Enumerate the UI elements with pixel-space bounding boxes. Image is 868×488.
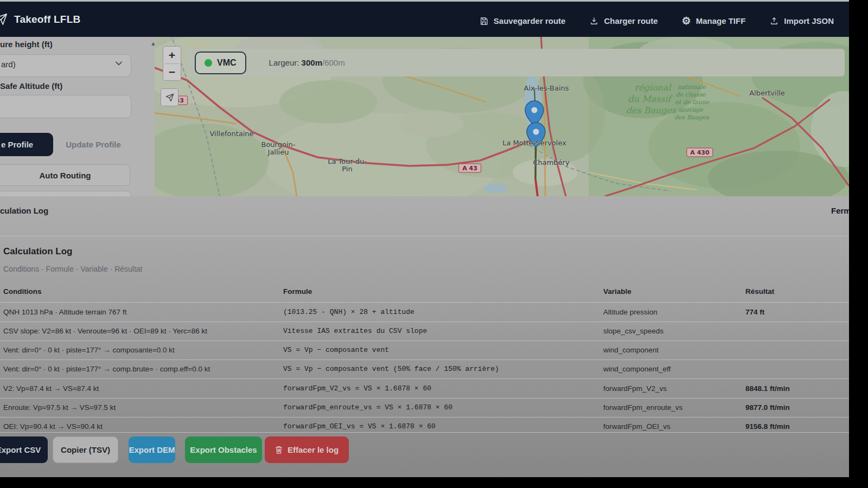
vmc-status-dot xyxy=(205,59,212,67)
close-sheet-button[interactable]: Fermer xyxy=(831,206,849,215)
log-cell-conditions: QNH 1013 hPa · Altitude terrain 767 ft xyxy=(3,308,275,316)
map-label-reserve: des Bauges xyxy=(674,114,709,121)
plane-icon xyxy=(165,93,174,102)
clear-log-label: Effacer le log xyxy=(288,445,339,454)
log-subheading: Conditions · Formule · Variable · Résult… xyxy=(3,265,143,273)
divider xyxy=(0,236,849,236)
width-current-value: 300m xyxy=(302,58,322,67)
log-heading: Calculation Log xyxy=(3,246,73,257)
import-json-label: Import JSON xyxy=(784,16,834,25)
log-cell-resultat: 9877.0 ft/min xyxy=(745,403,846,412)
sidebar: ure height (ft) ard) Safe Altitude (ft) … xyxy=(0,37,155,196)
clear-log-button[interactable]: Effacer le log xyxy=(265,436,349,463)
page-title: Takeoff LFLB xyxy=(14,14,80,25)
safe-altitude-input[interactable] xyxy=(0,95,131,118)
save-route-label: Sauvegarder route xyxy=(494,16,566,25)
auto-routing-button[interactable]: Auto Routing xyxy=(0,164,130,186)
chevron-down-icon xyxy=(115,59,123,68)
corridor-width-readout: Largeur: 300m/600m xyxy=(269,58,345,67)
manage-tiff-button[interactable]: ⚙ Manage TIFF xyxy=(682,16,746,26)
navbar-actions: Sauvegarder route Charger route ⚙ Manage… xyxy=(479,3,834,38)
profile-button[interactable]: e Profile xyxy=(0,133,53,156)
divider xyxy=(0,359,849,360)
map-label-town: Villefontaine xyxy=(209,130,253,138)
export-csv-label: Export CSV xyxy=(0,445,41,454)
log-cell-formule: (1013.25 - QNH) × 28 + altitude xyxy=(283,308,592,316)
log-cell-variable: forwardFpm_V2_vs xyxy=(603,384,739,393)
copy-tsv-label: Copier (TSV) xyxy=(61,445,110,454)
gear-icon: ⚙ xyxy=(682,16,691,26)
map-label-reserve: sauvage xyxy=(678,106,703,113)
safe-altitude-label: Safe Altitude (ft) xyxy=(0,81,62,91)
update-profile-label: Update Profile xyxy=(66,140,121,149)
map-status-bar: VMC Largeur: 300m/600m xyxy=(187,49,845,76)
column-header-formule: Formule xyxy=(283,287,592,296)
log-cell-conditions: CSV slope: V2=86 kt · Venroute=96 kt · O… xyxy=(3,327,275,335)
app-window: Takeoff LFLB Sauvegarder route Charger r… xyxy=(0,0,849,477)
export-dem-label: Export DEM xyxy=(129,445,175,454)
log-cell-formule: forwardFpm_OEI_vs = VS × 1.6878 × 60 xyxy=(283,422,592,431)
log-cell-resultat: 8848.1 ft/min xyxy=(745,384,846,393)
column-header-resultat: Résultat xyxy=(745,287,846,296)
log-cell-formule: VS = Vp − composante vent (50% face / 15… xyxy=(283,365,592,373)
map-label-town: La Tour-du-Pin xyxy=(324,158,370,173)
download-icon xyxy=(589,16,599,26)
height-select[interactable] xyxy=(0,54,131,77)
divider xyxy=(0,322,849,322)
export-dem-button[interactable]: Export DEM xyxy=(129,436,175,463)
profile-button-label: e Profile xyxy=(1,140,33,149)
divider xyxy=(0,302,849,303)
column-header-conditions: Conditions xyxy=(3,287,275,296)
log-cell-conditions: OEI: Vp=90.4 kt → VS=90.4 kt xyxy=(3,422,275,431)
load-route-label: Charger route xyxy=(604,16,658,25)
log-cell-variable: Altitude pression xyxy=(603,308,739,316)
import-json-button[interactable]: Import JSON xyxy=(769,16,834,26)
calculation-log-sheet: culation Log Fermer Calculation Log Cond… xyxy=(0,196,849,477)
divider xyxy=(0,417,849,418)
zoom-out-button[interactable]: − xyxy=(163,63,181,80)
load-route-button[interactable]: Charger route xyxy=(589,16,658,26)
map-label-park: du Massif xyxy=(628,94,671,104)
auto-routing-label: Auto Routing xyxy=(40,171,91,180)
divider xyxy=(0,378,849,379)
column-header-variable: Variable xyxy=(603,287,739,296)
trash-icon xyxy=(275,446,283,454)
export-obstacles-button[interactable]: Export Obstacles xyxy=(185,436,262,463)
map-label-reserve: nationale xyxy=(678,84,706,91)
zoom-in-button[interactable]: + xyxy=(163,47,181,63)
sheet-bar-title: culation Log xyxy=(0,206,48,215)
width-max-value: /600m xyxy=(322,58,345,67)
log-cell-formule: Vitesse IAS extraites du CSV slope xyxy=(283,327,592,335)
save-route-button[interactable]: Sauvegarder route xyxy=(479,16,566,26)
map-label-park: des Bauges xyxy=(626,105,676,115)
log-cell-variable: forwardFpm_OEI_vs xyxy=(603,422,739,431)
plane-toggle-button[interactable] xyxy=(161,88,178,106)
map-zoom-control: + − xyxy=(163,46,181,81)
log-cell-conditions: Vent: dir=0° · 0 kt · piste=177° → comp.… xyxy=(3,365,275,373)
height-select-value: ard) xyxy=(1,60,16,69)
paper-plane-icon xyxy=(0,13,8,25)
map-canvas[interactable]: Aix-les-Bains Villefontaine Bourgoin-Jal… xyxy=(155,37,849,196)
map-label-park: régional xyxy=(634,82,671,93)
map-label-town: Aix-les-Bains xyxy=(524,85,569,92)
log-cell-variable: forwardFpm_enroute_vs xyxy=(603,403,739,412)
vmc-toggle-button[interactable]: VMC xyxy=(195,52,246,74)
log-cell-formule: forwardFpm_enroute_vs = VS × 1.6878 × 60 xyxy=(283,403,592,412)
log-cell-resultat: 774 ft xyxy=(745,308,846,316)
copy-tsv-button[interactable]: Copier (TSV) xyxy=(53,436,118,463)
map-label-town: Albertville xyxy=(749,89,785,97)
manage-tiff-label: Manage TIFF xyxy=(696,16,746,25)
height-field-label: ure height (ft) xyxy=(0,40,53,49)
export-csv-button[interactable]: Export CSV xyxy=(0,436,48,463)
log-cell-conditions: Enroute: Vp=97.5 kt → VS=97.5 kt xyxy=(3,403,275,412)
log-cell-formule: VS = Vp − composante vent xyxy=(283,346,592,354)
log-cell-variable: wind_component_eff xyxy=(603,365,739,373)
divider xyxy=(0,341,849,341)
width-label: Largeur: xyxy=(269,58,299,67)
log-cell-conditions: V2: Vp=87.4 kt → VS=87.4 kt xyxy=(3,384,275,393)
log-cell-resultat: 9156.8 ft/min xyxy=(745,422,846,431)
divider xyxy=(0,398,849,399)
update-profile-button[interactable]: Update Profile xyxy=(59,134,128,155)
save-icon xyxy=(479,16,489,26)
log-cell-conditions: Vent: dir=0° · 0 kt · piste=177° → compo… xyxy=(3,346,275,354)
